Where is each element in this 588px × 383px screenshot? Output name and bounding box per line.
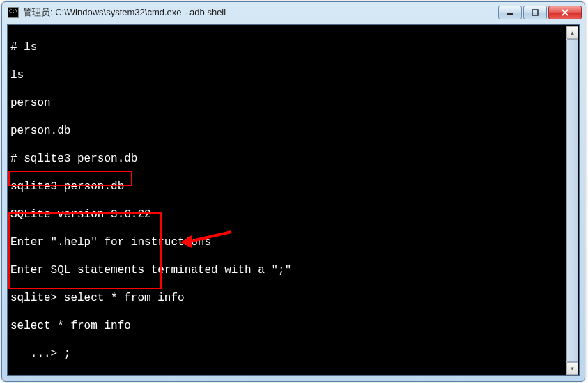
cmd-icon [8, 7, 19, 18]
console-line: person [10, 96, 576, 110]
cmd-window: 管理员: C:\Windows\system32\cmd.exe - adb s… [1, 1, 585, 382]
scroll-down-button[interactable]: ▼ [566, 362, 578, 375]
vertical-scrollbar[interactable]: ▲ ▼ [566, 26, 578, 375]
close-button[interactable] [548, 6, 582, 19]
console-line: ...> ; [10, 347, 576, 361]
console-line: Enter ".help" for instructions [10, 235, 576, 249]
console-line: sqlite3 person.db [10, 180, 576, 194]
console-line: SQLite version 3.6.22 [10, 208, 576, 221]
console-line: Enter SQL statements terminated with a "… [10, 263, 576, 277]
console-line: select * from info [10, 319, 576, 333]
console-line: sqlite> select * from info [10, 291, 576, 305]
scroll-up-button[interactable]: ▲ [566, 26, 578, 39]
window-controls [497, 6, 582, 19]
scroll-thumb[interactable] [566, 39, 578, 362]
svg-rect-1 [532, 10, 538, 15]
window-title: 管理员: C:\Windows\system32\cmd.exe - adb s… [23, 6, 497, 19]
titlebar[interactable]: 管理员: C:\Windows\system32\cmd.exe - adb s… [2, 2, 585, 23]
console-line: # ls [10, 40, 576, 54]
minimize-button[interactable] [498, 6, 522, 19]
console-line: ls [10, 68, 576, 82]
console-line: person.db [10, 124, 576, 138]
console-line: ; [10, 375, 576, 376]
console-line: # sqlite3 person.db [10, 152, 576, 166]
maximize-button[interactable] [523, 6, 547, 19]
console-output: # ls ls person person.db # sqlite3 perso… [8, 25, 579, 376]
console-area[interactable]: # ls ls person person.db # sqlite3 perso… [7, 24, 580, 376]
